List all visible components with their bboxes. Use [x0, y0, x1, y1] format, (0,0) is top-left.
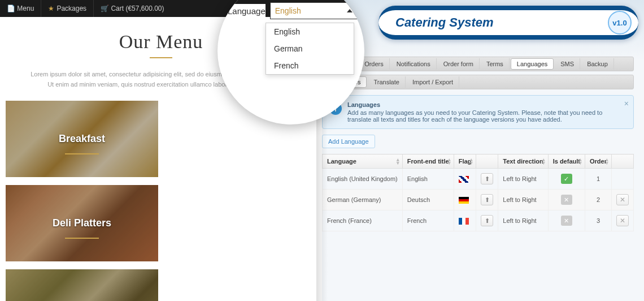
cell-delete: [611, 169, 633, 190]
subtab-translate[interactable]: Translate: [368, 76, 405, 88]
col-action[interactable]: [611, 154, 633, 169]
title-underline: [150, 57, 172, 58]
cell-flag: [454, 210, 476, 231]
sort-icon: ▴▾: [606, 158, 608, 165]
tab-languages[interactable]: Languages: [511, 58, 554, 70]
cell-default: ✕: [548, 210, 585, 231]
cell-flag: [454, 169, 476, 190]
col-text-direction[interactable]: Text direction▴▾: [498, 154, 548, 169]
info-title: Languages: [347, 101, 617, 108]
table-row: English (United Kingdom)English⬆Left to …: [323, 169, 634, 190]
menu-cards: Breakfast Deli Platters Snacks Sushi: [0, 101, 322, 301]
default-toggle[interactable]: ✕: [561, 216, 572, 226]
cell-flag: [454, 190, 476, 210]
flag-icon: [459, 218, 469, 225]
col-action[interactable]: [476, 154, 498, 169]
add-language-button[interactable]: Add Language: [322, 135, 375, 148]
nav-cart-label: Cart (€57,600.00): [111, 5, 164, 12]
cell-default: ✓: [548, 169, 585, 190]
secondary-tabs: LanguagesTranslateImport / Export: [322, 75, 634, 89]
nav-cart[interactable]: 🛒 Cart (€57,600.00): [94, 0, 171, 17]
admin-panel: Catering System v1.0 GeneralOrdersNotifi…: [322, 0, 644, 301]
cell-delete: ✕: [611, 210, 633, 231]
col-language[interactable]: Language▴▾: [323, 154, 403, 169]
col-order[interactable]: Order▴▾: [585, 154, 611, 169]
language-dropdown: English German French: [266, 23, 354, 75]
version-badge: v1.0: [608, 11, 632, 35]
language-select[interactable]: English: [270, 2, 358, 19]
star-icon: ★: [48, 5, 54, 12]
nav-packages[interactable]: ★Packages: [41, 0, 94, 17]
card-label: Deli Platters: [53, 217, 111, 229]
table-row: French (France)French⬆Left to Right✕3✕: [323, 210, 634, 231]
flag-icon: [459, 197, 469, 204]
upload-flag-button[interactable]: ⬆: [481, 215, 493, 226]
cell-upload: ⬆: [476, 210, 498, 231]
delete-button[interactable]: ✕: [616, 215, 629, 226]
info-close-button[interactable]: ×: [624, 99, 629, 108]
tab-backup[interactable]: Backup: [581, 58, 614, 70]
delete-button[interactable]: ✕: [616, 194, 629, 205]
tab-terms[interactable]: Terms: [481, 58, 510, 70]
subtab-import-export[interactable]: Import / Export: [407, 76, 459, 88]
card-breakfast[interactable]: Breakfast: [6, 101, 158, 177]
card-deli-platters[interactable]: Deli Platters: [6, 185, 158, 261]
cell-direction: Left to Right: [498, 210, 548, 231]
tab-sms[interactable]: SMS: [555, 58, 580, 70]
default-toggle[interactable]: ✓: [561, 174, 572, 184]
tab-notifications[interactable]: Notifications: [391, 58, 437, 70]
info-box: i Languages Add as many languages as you…: [322, 95, 634, 129]
sort-icon: ▴▾: [542, 158, 545, 165]
cell-upload: ⬆: [476, 169, 498, 190]
cell-order: 1: [585, 169, 611, 190]
language-option-german[interactable]: German: [266, 40, 354, 57]
sort-icon: ▴▾: [397, 158, 399, 165]
cell-language: German (Germany): [323, 190, 403, 210]
cell-order: 3: [585, 210, 611, 231]
col-front-end-title[interactable]: Front-end title▴▾: [402, 154, 454, 169]
info-body: Add as many languages as you need to you…: [347, 109, 617, 123]
upload-flag-button[interactable]: ⬆: [481, 194, 493, 205]
cell-delete: ✕: [611, 190, 633, 210]
card-snacks[interactable]: Snacks: [6, 269, 158, 301]
languages-table: Language▴▾Front-end title▴▾Flag▴▾Text di…: [322, 154, 634, 231]
cell-order: 2: [585, 190, 611, 210]
cell-language: French (France): [323, 210, 403, 231]
cell-title: Deutsch: [402, 190, 454, 210]
card-label: Breakfast: [59, 133, 105, 145]
sort-icon: ▴▾: [579, 158, 582, 165]
chevron-up-icon: [347, 9, 353, 12]
language-option-english[interactable]: English: [266, 23, 354, 40]
admin-header: Catering System v1.0: [378, 6, 638, 40]
col-is-default[interactable]: Is default▴▾: [548, 154, 585, 169]
language-option-french[interactable]: French: [266, 57, 354, 74]
nav-packages-label: Packages: [56, 5, 86, 12]
sort-icon: ▴▾: [470, 158, 473, 165]
cell-language: English (United Kingdom): [323, 169, 403, 190]
tab-order-form[interactable]: Order form: [438, 58, 480, 70]
flag-icon: [459, 176, 469, 183]
default-toggle[interactable]: ✕: [561, 195, 572, 205]
language-selected: English: [275, 6, 301, 15]
table-row: German (Germany)Deutsch⬆Left to Right✕2✕: [323, 190, 634, 210]
admin-title: Catering System: [395, 15, 608, 30]
cell-title: French: [402, 210, 454, 231]
cell-direction: Left to Right: [498, 190, 548, 210]
primary-tabs: GeneralOrdersNotificationsOrder formTerm…: [322, 57, 634, 71]
sort-icon: ▴▾: [448, 158, 451, 165]
cell-default: ✕: [548, 190, 585, 210]
cell-direction: Left to Right: [498, 169, 548, 190]
upload-flag-button[interactable]: ⬆: [481, 173, 493, 184]
cell-title: English: [402, 169, 454, 190]
nav-menu[interactable]: 📄 Menu: [0, 0, 41, 17]
cell-upload: ⬆: [476, 190, 498, 210]
nav-menu-label: Menu: [17, 5, 34, 12]
col-flag[interactable]: Flag▴▾: [454, 154, 476, 169]
